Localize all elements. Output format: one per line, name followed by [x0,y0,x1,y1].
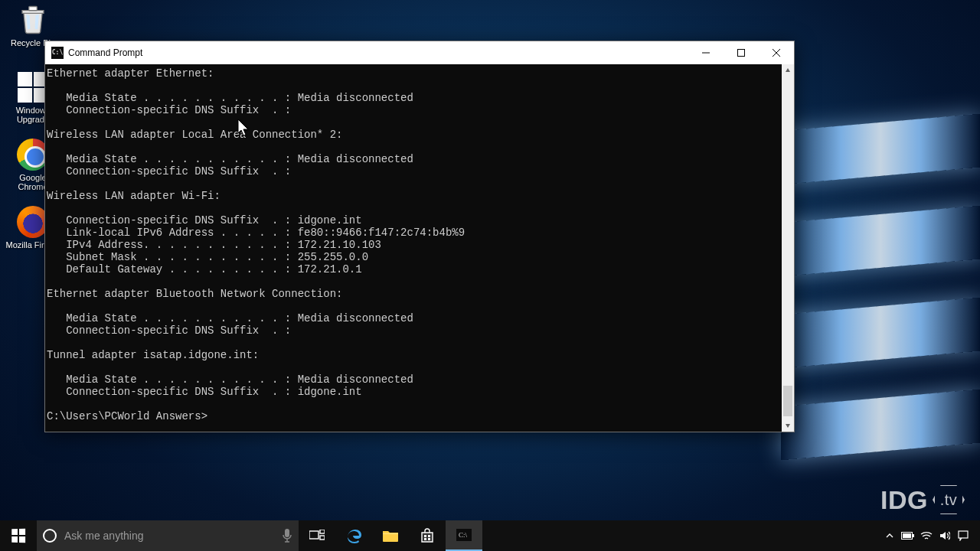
file-explorer-taskbar-button[interactable] [372,520,409,551]
watermark-brand: IDG [880,487,928,513]
scroll-thumb[interactable] [783,386,792,416]
wallpaper-light-bands [781,122,980,452]
svg-rect-4 [320,530,325,533]
tray-volume-icon[interactable] [936,520,954,551]
svg-rect-6 [424,535,426,537]
svg-rect-7 [428,535,430,537]
start-button[interactable] [0,520,37,551]
svg-rect-5 [320,536,325,540]
store-taskbar-button[interactable] [409,520,446,551]
window-controls [688,41,794,64]
watermark-hex-icon: .tv [933,484,965,516]
svg-rect-0 [29,7,38,11]
system-tray [880,520,980,551]
microphone-icon[interactable] [282,528,292,543]
command-prompt-window: C:\ Command Prompt Ethernet adapter Ethe… [44,41,795,432]
svg-rect-15 [959,531,968,538]
taskbar: Ask me anything C:\ [0,520,980,551]
command-prompt-taskbar-button[interactable]: C:\ [446,520,482,551]
title-bar[interactable]: C:\ Command Prompt [45,41,794,64]
terminal-output[interactable]: Ethernet adapter Ethernet: Media State .… [45,64,782,432]
svg-rect-9 [428,538,430,540]
svg-rect-14 [903,533,911,538]
svg-rect-2 [285,529,289,537]
scroll-up-button[interactable] [782,64,794,77]
windows-logo-icon [11,529,25,543]
svg-rect-8 [424,538,426,540]
tray-battery-icon[interactable] [899,520,917,551]
maximize-button[interactable] [724,41,759,64]
tray-chevron-up-icon[interactable] [880,520,899,551]
minimize-button[interactable] [688,41,724,64]
cortana-icon [43,529,57,543]
idg-tv-watermark: IDG .tv [880,484,965,516]
scroll-down-button[interactable] [782,419,794,432]
tray-notifications-icon[interactable] [954,520,972,551]
vertical-scrollbar[interactable] [782,64,794,432]
cmd-title-icon: C:\ [51,47,64,59]
search-box[interactable]: Ask me anything [37,520,299,551]
svg-text:C:\: C:\ [459,531,468,539]
svg-rect-13 [913,534,914,537]
edge-taskbar-button[interactable] [335,520,372,551]
search-placeholder: Ask me anything [64,530,282,542]
task-view-button[interactable] [299,520,335,551]
close-button[interactable] [759,41,794,64]
svg-rect-3 [309,531,318,539]
window-title: Command Prompt [68,47,688,58]
tray-wifi-icon[interactable] [917,520,936,551]
svg-rect-1 [738,50,745,57]
